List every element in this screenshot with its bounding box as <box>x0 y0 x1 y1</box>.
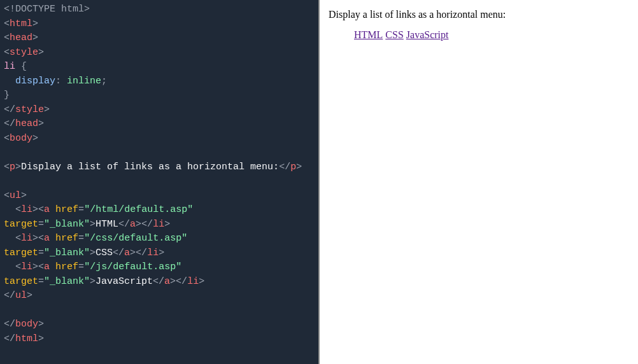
code-doctype: <!DOCTYPE html> <box>4 4 90 15</box>
list-item: HTML <box>354 29 383 40</box>
list-item: JavaScript <box>406 29 449 40</box>
preview-link-html[interactable]: HTML <box>354 29 383 40</box>
code-editor[interactable]: <!DOCTYPE html> <html> <head> <style> li… <box>0 0 318 364</box>
preview-link-js[interactable]: JavaScript <box>406 29 449 40</box>
list-item: CSS <box>385 29 403 40</box>
preview-link-css[interactable]: CSS <box>385 29 403 40</box>
preview-link-list: HTML CSS JavaScript <box>329 29 629 41</box>
preview-pane: Display a list of links as a horizontal … <box>318 0 638 364</box>
preview-paragraph: Display a list of links as a horizontal … <box>329 9 629 20</box>
